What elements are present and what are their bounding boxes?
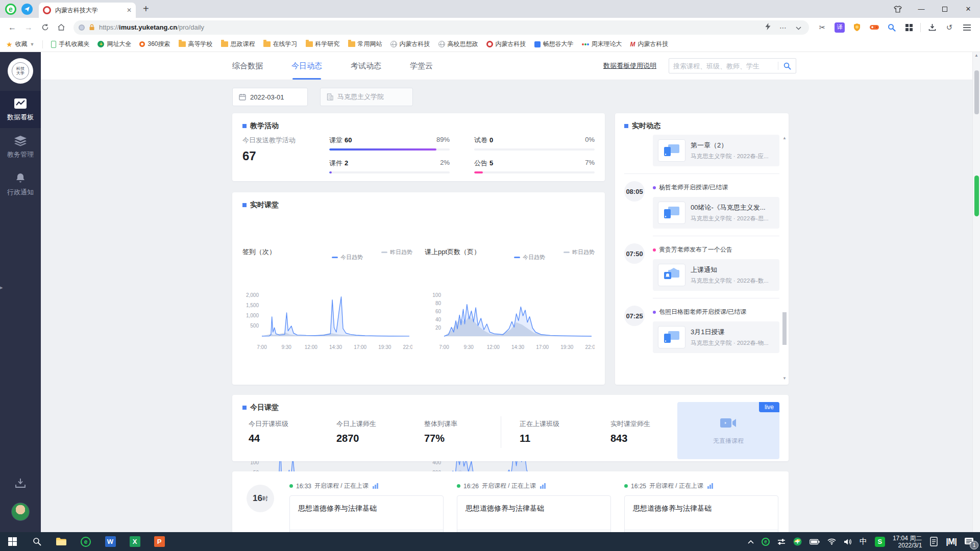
forward-button[interactable]: →: [21, 20, 36, 35]
bookmarks-favorites[interactable]: ★收藏▼: [6, 40, 34, 48]
scroll-up-arrow[interactable]: ▲: [973, 53, 980, 58]
volume-icon[interactable]: [844, 538, 852, 545]
bookmark-folder[interactable]: 高等学校: [179, 40, 213, 48]
college-selector[interactable]: 马克思主义学院: [320, 88, 413, 106]
bookmark-item[interactable]: 手机收藏夹: [51, 40, 89, 48]
bookmark-folder[interactable]: 思政课程: [221, 40, 255, 48]
reload-button[interactable]: [38, 20, 52, 35]
site-info-icon[interactable]: [79, 24, 85, 31]
notification-center-icon[interactable]: 1: [964, 537, 974, 546]
bookmark-item[interactable]: 高校思想政: [438, 40, 478, 48]
sidebar-item-notice[interactable]: 行政通知: [0, 165, 41, 203]
svg-text:60: 60: [435, 309, 442, 314]
live-badge: live: [759, 402, 779, 412]
mathtype-icon[interactable]: |M|: [946, 537, 957, 547]
tab-today[interactable]: 今日动态: [291, 52, 322, 80]
search-input[interactable]: [669, 62, 778, 70]
scroll-up-arrow[interactable]: ▲: [782, 136, 787, 140]
browser-360-button[interactable]: e: [74, 532, 98, 551]
paper-plane-icon[interactable]: [21, 4, 33, 15]
tray-360-icon[interactable]: e: [762, 538, 770, 546]
translate-extension-icon[interactable]: 译: [834, 21, 846, 34]
back-button[interactable]: ←: [5, 20, 19, 35]
home-button[interactable]: [54, 20, 68, 35]
tab-overview[interactable]: 综合数据: [232, 52, 263, 80]
bookmark-item[interactable]: 畅想谷大学: [534, 40, 574, 48]
ime-indicator[interactable]: 中: [860, 537, 867, 546]
tab-close-icon[interactable]: ✕: [127, 7, 132, 14]
scroll-thumb[interactable]: [974, 70, 979, 114]
window-close-button[interactable]: ✕: [957, 0, 980, 18]
taskbar-search-button[interactable]: [24, 532, 49, 551]
apps-grid-icon[interactable]: [903, 21, 915, 34]
scroll-down-arrow[interactable]: ▼: [782, 376, 787, 381]
feed-item-card[interactable]: 上课通知马克思主义学院 · 2022春-数...: [653, 259, 779, 291]
course-card[interactable]: 思想道德修养与法律基础: [457, 495, 611, 532]
scroll-green-indicator[interactable]: [974, 176, 979, 216]
school-logo[interactable]: 科技大学: [8, 58, 33, 84]
tray-360-safety-icon[interactable]: [793, 537, 802, 546]
undo-icon[interactable]: ↺: [943, 21, 955, 34]
bookmark-item[interactable]: M内蒙古科技: [630, 40, 669, 48]
dropdown-chevron-icon[interactable]: [793, 23, 804, 32]
taskbar-clock[interactable]: 17:04 周二 2022/3/1: [893, 535, 922, 549]
notes-icon[interactable]: [929, 537, 938, 546]
tab-xuetangyun[interactable]: 学堂云: [410, 52, 433, 80]
url-bar[interactable]: https://imust.yuketang.cn/pro/daily ⋯: [74, 20, 809, 35]
window-minimize-button[interactable]: —: [910, 0, 933, 18]
excel-button[interactable]: X: [122, 532, 147, 551]
downloads-icon[interactable]: [926, 21, 938, 34]
bookmark-item[interactable]: 内蒙古科技: [486, 40, 526, 48]
sidebar-item-dashboard[interactable]: 数据看板: [0, 91, 41, 128]
date-picker[interactable]: 2022-03-01: [232, 88, 308, 106]
reading-mode-icon[interactable]: [762, 23, 773, 32]
live-stream-panel[interactable]: live 无直播课程: [677, 402, 779, 459]
search-extension-icon[interactable]: [886, 21, 898, 34]
skin-icon[interactable]: [886, 0, 910, 18]
metric-classroom: 课堂6089%: [329, 136, 450, 151]
word-button[interactable]: W: [98, 532, 122, 551]
scissors-extension-icon[interactable]: ✂: [816, 21, 828, 34]
sidebar-collapse-handle[interactable]: ▸: [0, 284, 3, 291]
tray-expand-icon[interactable]: [748, 540, 754, 544]
dashboard-help-link[interactable]: 数据看板使用说明: [603, 61, 656, 70]
search-button[interactable]: [778, 62, 796, 70]
window-maximize-button[interactable]: [933, 0, 957, 18]
bookmark-item[interactable]: 内蒙古科技: [390, 40, 430, 48]
wifi-icon[interactable]: [827, 538, 836, 545]
course-card[interactable]: 思想道德修养与法律基础: [624, 495, 778, 532]
download-tray-icon[interactable]: [15, 478, 26, 488]
gamepad-extension-icon[interactable]: [868, 21, 880, 34]
file-explorer-button[interactable]: [49, 532, 74, 551]
more-tools-icon[interactable]: ⋯: [777, 23, 789, 32]
progress-bar: [474, 148, 595, 151]
sogou-icon[interactable]: S: [875, 537, 885, 547]
powerpoint-button[interactable]: P: [147, 532, 172, 551]
start-button[interactable]: [0, 532, 24, 551]
feed-item-card[interactable]: 第一章（2）马克思主义学院 · 2022春-应...: [653, 135, 779, 166]
bookmark-item[interactable]: 周末理论大: [582, 40, 622, 48]
user-avatar[interactable]: [11, 503, 30, 521]
page-scrollbar[interactable]: ▲: [972, 52, 980, 532]
browser-tab[interactable]: 内蒙古科技大学 ✕: [39, 3, 136, 18]
bookmark-folder[interactable]: 常用网站: [348, 40, 382, 48]
bookmark-item[interactable]: 360搜索: [139, 40, 170, 48]
feed-item-card[interactable]: 00绪论-《马克思主义发...马克思主义学院 · 2022春-思...: [653, 197, 779, 229]
bookmark-item[interactable]: +网址大全: [97, 40, 131, 48]
battery-icon[interactable]: [810, 539, 820, 545]
feed-item-card[interactable]: 3月1日授课马克思主义学院 · 2022春-物...: [653, 321, 779, 353]
red-badge-icon: [486, 41, 493, 47]
course-card[interactable]: 思想道德修养与法律基础: [289, 495, 444, 532]
tray-sliders-icon[interactable]: [777, 538, 786, 545]
svg-text:22:00: 22:00: [585, 344, 595, 350]
browser-360-logo-icon[interactable]: e: [5, 4, 16, 15]
sidebar-item-academic[interactable]: 教务管理: [0, 128, 41, 165]
bookmark-folder[interactable]: 科学研究: [306, 40, 340, 48]
bookmark-folder[interactable]: 在线学习: [263, 40, 298, 48]
menu-icon[interactable]: [961, 21, 973, 34]
shield-extension-icon[interactable]: [851, 21, 863, 34]
scroll-thumb[interactable]: [782, 312, 787, 345]
tab-exam[interactable]: 考试动态: [351, 52, 381, 80]
new-tab-button[interactable]: +: [143, 3, 149, 15]
feed-scrollbar[interactable]: ▲ ▼: [782, 136, 787, 381]
